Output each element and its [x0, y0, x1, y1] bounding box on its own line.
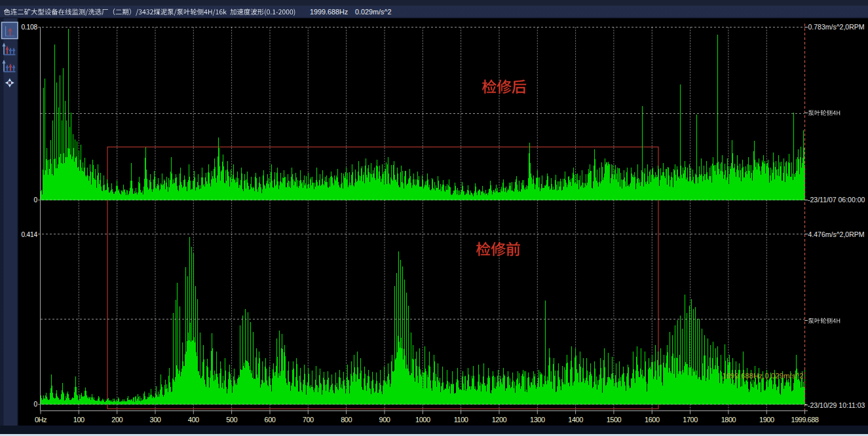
svg-text:4.476m/s^2,0RPM: 4.476m/s^2,0RPM — [808, 230, 865, 238]
svg-text:300: 300 — [150, 416, 161, 424]
svg-text:1600: 1600 — [645, 416, 660, 424]
svg-text:200: 200 — [111, 416, 123, 424]
svg-text:800: 800 — [341, 416, 352, 424]
svg-text:0: 0 — [34, 401, 38, 408]
svg-text:0.108: 0.108 — [22, 24, 38, 31]
svg-text:100: 100 — [73, 416, 85, 424]
svg-text:600: 600 — [265, 416, 276, 424]
svg-text:0: 0 — [34, 196, 38, 204]
svg-text:1999.688: 1999.688 — [791, 416, 819, 424]
svg-text:1100: 1100 — [454, 416, 468, 424]
svg-text:1800: 1800 — [721, 416, 736, 424]
svg-text:1500: 1500 — [607, 416, 622, 424]
svg-text:0.783m/s^2,0RPM: 0.783m/s^2,0RPM — [808, 23, 865, 31]
svg-text:700: 700 — [303, 416, 314, 424]
svg-text:1400: 1400 — [568, 416, 583, 424]
svg-text:1700: 1700 — [683, 416, 698, 424]
svg-text:0Hz: 0Hz — [35, 416, 47, 424]
svg-text:1900: 1900 — [759, 416, 774, 424]
svg-text:1000: 1000 — [415, 416, 430, 424]
svg-text:500: 500 — [226, 416, 237, 424]
svg-text:-23/11/07 06:00:00: -23/11/07 06:00:00 — [808, 196, 865, 204]
svg-text:900: 900 — [379, 416, 390, 424]
svg-text:1300: 1300 — [530, 416, 545, 424]
svg-text:1999.688Hz,0.029m/s^2: 1999.688Hz,0.029m/s^2 — [722, 372, 803, 380]
svg-text:1200: 1200 — [492, 416, 507, 424]
svg-text:0.029m/s^2: 0.029m/s^2 — [355, 8, 391, 16]
svg-text:0.414: 0.414 — [22, 231, 38, 238]
svg-text:400: 400 — [188, 416, 199, 424]
svg-text:-23/10/29 10:11:03: -23/10/29 10:11:03 — [808, 401, 865, 409]
svg-text:1999.688Hz: 1999.688Hz — [310, 8, 348, 16]
